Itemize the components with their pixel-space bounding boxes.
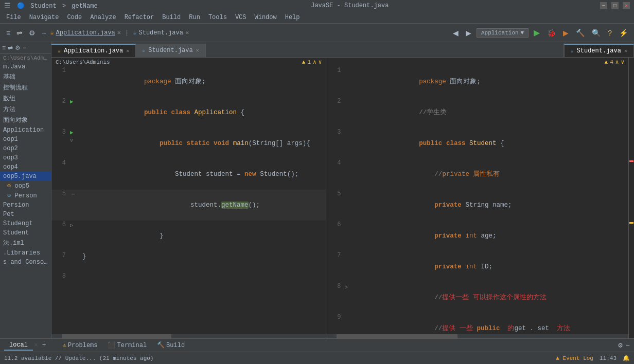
bottom-tab-local[interactable]: local xyxy=(4,340,33,351)
run-button[interactable]: ▶ xyxy=(532,27,542,39)
sidebar-item-pet[interactable]: Pet xyxy=(0,210,51,219)
sidebar-item-oop4[interactable]: oop4 xyxy=(0,162,51,172)
bottom-settings-icon[interactable]: ⚙ xyxy=(618,341,622,350)
sidebar-item-kongzhi[interactable]: 控制流程 xyxy=(0,82,51,93)
more-button[interactable]: ⚡ xyxy=(617,28,630,38)
line-gutter-left-8 xyxy=(70,272,80,282)
menu-analyze[interactable]: Analyze xyxy=(86,13,120,22)
minus-gutter-5: − xyxy=(71,190,75,198)
code-line-left-8: 8 xyxy=(51,272,326,282)
forward-arrow-button[interactable]: ▶ xyxy=(464,28,473,38)
code-content-left[interactable]: 1 package 面向对象; 2 ▶ xyxy=(51,66,326,334)
fold-icon-right-8[interactable]: ▷ xyxy=(345,284,348,290)
sidebar-expand-btn[interactable]: ≡ xyxy=(2,44,6,51)
menu-run[interactable]: Run xyxy=(185,13,204,22)
collapse-icon-left[interactable]: ∨ xyxy=(319,59,322,65)
menu-navigate[interactable]: Navigate xyxy=(25,13,63,22)
expand-icon-left[interactable]: ∧ xyxy=(313,59,316,65)
run-gutter-2[interactable]: ▶ xyxy=(70,99,74,105)
line-num-right-5: 5 xyxy=(326,190,345,221)
help-button[interactable]: ? xyxy=(606,28,614,38)
breadcrumb-student[interactable]: Student xyxy=(30,3,56,10)
sidebar-collapse-btn[interactable]: ⇌ xyxy=(8,44,13,51)
sidebar-item-studengt[interactable]: Studengt xyxy=(0,219,51,228)
tab-close-app[interactable]: ✕ xyxy=(126,48,129,54)
bottom-tab-terminal[interactable]: ⬛Terminal xyxy=(102,340,152,350)
app-menu-icon[interactable]: ☰ xyxy=(4,2,11,10)
scrollbar-h-right[interactable] xyxy=(326,334,628,338)
menu-refactor[interactable]: Refactor xyxy=(120,13,158,22)
tab-application-java[interactable]: ☕ Application.java ✕ xyxy=(51,44,136,57)
status-notification-icon[interactable]: 🔔 xyxy=(623,355,630,361)
sidebar-item-consoles[interactable]: s and Consoles xyxy=(0,258,51,267)
line-num-right-9: 9 xyxy=(326,313,345,334)
tab-student-java-left[interactable]: ☕ Student.java ✕ xyxy=(136,44,205,57)
sidebar-item-libraries[interactable]: .Libraries xyxy=(0,248,51,258)
back-button[interactable]: ◀ xyxy=(451,28,461,38)
menu-help[interactable]: Help xyxy=(281,13,304,22)
sidebar-item-shuzhu[interactable]: 数组 xyxy=(0,93,51,104)
sidebar-item-oop5class[interactable]: ⊙ oop5 xyxy=(0,181,51,191)
coverage-button[interactable]: ▶ xyxy=(561,28,571,38)
scrollbar-track-right[interactable] xyxy=(337,334,457,338)
toolbar-back-button[interactable]: ≡ xyxy=(4,28,12,38)
sidebar-settings-btn[interactable]: ⚙ xyxy=(15,44,21,51)
fold-icon-3[interactable]: ▽ xyxy=(70,138,73,143)
expand-icon-right[interactable]: ∧ xyxy=(615,59,619,65)
close-button[interactable]: ✕ xyxy=(623,2,630,9)
menu-code[interactable]: Code xyxy=(63,13,86,22)
sidebar-item-mjava[interactable]: m.Java xyxy=(0,62,51,71)
search-button[interactable]: 🔍 xyxy=(590,28,603,38)
run-gutter-3[interactable]: ▶ xyxy=(70,130,74,136)
bottom-tab-build[interactable]: 🔨Build xyxy=(152,340,190,350)
toolbar-settings-button[interactable]: ⚙ xyxy=(27,28,38,38)
tab-student-java-right[interactable]: ☕ Student.java ✕ xyxy=(563,44,634,57)
toolbar-minus-button[interactable]: − xyxy=(40,28,48,38)
sidebar-close-btn[interactable]: − xyxy=(23,44,26,51)
sidebar-item-application[interactable]: Application xyxy=(0,125,51,135)
sidebar-item-student[interactable]: Student xyxy=(0,228,51,238)
fold-icon-6[interactable]: ▷ xyxy=(70,223,73,228)
tab-label-student-r: Student.java xyxy=(577,47,621,54)
sidebar-item-persion[interactable]: Persion xyxy=(0,201,51,210)
maximize-button[interactable]: □ xyxy=(611,2,619,9)
tab-close-student-r[interactable]: ✕ xyxy=(624,48,627,54)
menu-build[interactable]: Build xyxy=(158,13,185,22)
line-code-left-6: } xyxy=(80,221,326,251)
minimize-button[interactable]: ─ xyxy=(600,2,607,9)
sidebar-item-mxdx[interactable]: 面向对象 xyxy=(0,115,51,125)
build-button[interactable]: 🔨 xyxy=(574,28,587,38)
tab-close-student-l[interactable]: ✕ xyxy=(196,47,199,53)
line-num-left-2: 2 xyxy=(51,97,70,128)
title-bar-controls: ─ □ ✕ xyxy=(600,2,630,9)
line-code-left-4: Student student = new Student(); xyxy=(80,159,326,190)
bottom-tab-add[interactable]: + xyxy=(39,341,49,349)
line-num-left-1: 1 xyxy=(51,66,70,97)
menu-vcs[interactable]: VCS xyxy=(231,13,251,22)
breadcrumb-getname[interactable]: getName xyxy=(72,3,97,10)
scrollbar-track-left[interactable] xyxy=(62,334,171,338)
error-mark-1 xyxy=(629,160,633,162)
line-gutter-right-9 xyxy=(345,313,355,334)
event-log-button[interactable]: ▲ Event Log xyxy=(556,355,593,361)
sidebar-item-person[interactable]: ⊙ Person xyxy=(0,191,51,201)
menu-file[interactable]: File xyxy=(2,13,25,22)
sidebar-item-iml[interactable]: 法.iml xyxy=(0,238,51,248)
sidebar-item-oop1[interactable]: oop1 xyxy=(0,135,51,144)
collapse-icon-right[interactable]: ∨ xyxy=(621,59,624,65)
sidebar-item-oop5java[interactable]: oop5.java xyxy=(0,172,51,181)
bottom-tab-problems[interactable]: ⚠Problems xyxy=(58,340,103,350)
bottom-close-icon[interactable]: − xyxy=(626,341,630,350)
sidebar-item-oop3[interactable]: oop3 xyxy=(0,153,51,162)
menu-tools[interactable]: Tools xyxy=(204,13,231,22)
scrollbar-h-left[interactable] xyxy=(51,334,326,338)
sidebar-item-fangfa[interactable]: 方法 xyxy=(0,104,51,115)
run-config-dropdown[interactable]: Application ▼ xyxy=(477,28,529,38)
debug-button[interactable]: 🐞 xyxy=(545,28,558,38)
sidebar-item-jichú[interactable]: 基础 xyxy=(0,71,51,82)
code-content-right[interactable]: 1 package 面向对象; 2 //学生类 xyxy=(326,66,628,334)
toolbar-forward-button[interactable]: ⇌ xyxy=(14,28,25,38)
menu-window[interactable]: Window xyxy=(251,13,281,22)
sidebar-item-oop2[interactable]: oop2 xyxy=(0,144,51,153)
line-num-right-1: 1 xyxy=(326,66,345,97)
